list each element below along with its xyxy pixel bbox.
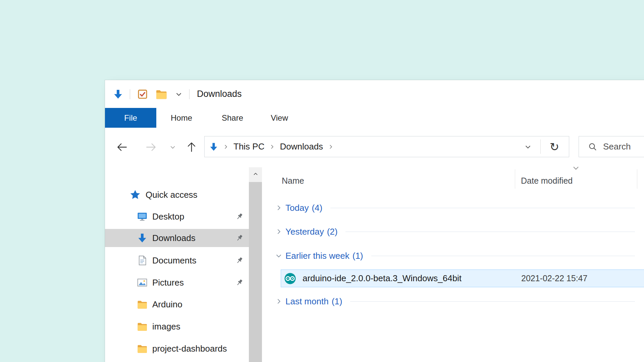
scrollbar-thumb[interactable] — [249, 182, 262, 362]
sidebar-item-label: Downloads — [152, 233, 196, 243]
navigation-bar: This PC Downloads ↻ — [105, 135, 644, 159]
desktop-background: Downloads File Home Share View — [0, 0, 644, 362]
group-label: Last month — [285, 296, 329, 307]
tab-home[interactable]: Home — [171, 108, 192, 128]
address-bar[interactable]: This PC Downloads ↻ — [204, 136, 569, 157]
folder-icon — [137, 299, 148, 310]
toolbar-separator — [130, 89, 130, 99]
pin-icon — [235, 234, 244, 245]
chevron-right-icon[interactable] — [275, 228, 283, 236]
address-dropdown-caret-icon[interactable] — [523, 136, 533, 157]
search-box[interactable] — [579, 136, 644, 157]
group-count: (1) — [332, 296, 342, 307]
group-header-yesterday[interactable]: Yesterday (2) — [273, 223, 635, 241]
address-location-icon — [209, 142, 219, 152]
column-divider — [637, 169, 637, 189]
sidebar-item-quick-access[interactable]: Quick access — [105, 186, 249, 204]
navigation-pane: Quick access Desktop Downloads — [105, 164, 249, 362]
search-icon — [588, 142, 598, 152]
folder-icon — [137, 321, 148, 332]
file-explorer-window: Downloads File Home Share View — [105, 80, 644, 362]
file-list: Name Date modified Today (4) Yesterday — [262, 164, 644, 362]
group-label: Yesterday — [285, 227, 324, 237]
sort-direction-icon — [572, 165, 580, 173]
column-header-date-modified[interactable]: Date modified — [521, 173, 573, 189]
sidebar-item-pictures[interactable]: Pictures — [105, 274, 249, 292]
sidebar-item-project-dashboards[interactable]: project-dashboards — [105, 340, 249, 358]
group-header-earlier-this-week[interactable]: Earlier this week (1) — [273, 247, 635, 265]
pictures-icon — [137, 277, 148, 288]
breadcrumb-chevron-icon[interactable] — [269, 144, 275, 150]
tab-view[interactable]: View — [271, 108, 288, 128]
group-divider-line — [350, 301, 635, 302]
group-divider-line — [345, 232, 635, 232]
breadcrumb-this-pc[interactable]: This PC — [229, 141, 269, 152]
up-button[interactable] — [184, 135, 199, 159]
tab-share[interactable]: Share — [222, 108, 243, 128]
chevron-right-icon[interactable] — [275, 204, 283, 212]
document-icon — [137, 255, 148, 266]
file-row-arduino-ide[interactable]: arduino-ide_2.0.0-beta.3_Windows_64bit 2… — [281, 269, 644, 287]
sidebar-item-label: Desktop — [152, 212, 184, 222]
sidebar-item-label: project-dashboards — [152, 344, 227, 354]
sidebar-item-images[interactable]: images — [105, 317, 249, 336]
column-header-name[interactable]: Name — [282, 173, 304, 189]
column-divider — [515, 169, 515, 189]
group-count: (1) — [353, 251, 363, 261]
file-date-modified: 2021-02-22 15:47 — [521, 274, 587, 283]
arduino-icon — [284, 272, 297, 285]
group-count: (4) — [312, 203, 322, 213]
pin-icon — [235, 256, 244, 267]
file-name: arduino-ide_2.0.0-beta.3_Windows_64bit — [303, 273, 462, 284]
star-icon — [129, 189, 141, 201]
breadcrumb-downloads[interactable]: Downloads — [275, 141, 328, 152]
recent-locations-caret-icon[interactable] — [168, 135, 177, 159]
download-arrow-icon — [137, 232, 148, 244]
sidebar-item-downloads[interactable]: Downloads — [105, 229, 249, 247]
group-label: Today — [285, 203, 309, 213]
search-input[interactable] — [603, 141, 644, 152]
address-divider — [540, 139, 541, 154]
sidebar-item-label: images — [152, 321, 180, 332]
forward-button[interactable] — [144, 135, 158, 159]
tab-file[interactable]: File — [105, 108, 156, 128]
breadcrumb-chevron-icon[interactable] — [328, 144, 334, 150]
scroll-up-icon[interactable] — [249, 167, 262, 181]
chevron-right-icon[interactable] — [275, 297, 283, 305]
chevron-down-icon[interactable] — [275, 252, 283, 260]
sidebar-item-desktop[interactable]: Desktop — [105, 207, 249, 226]
sidebar-item-label: Arduino — [152, 299, 182, 310]
group-header-today[interactable]: Today (4) — [273, 199, 635, 217]
refresh-button[interactable]: ↻ — [545, 136, 564, 157]
breadcrumb-chevron-icon[interactable] — [223, 144, 229, 150]
folder-icon — [137, 343, 148, 354]
properties-button[interactable] — [137, 88, 148, 100]
sidebar-item-label: Documents — [152, 255, 197, 266]
group-divider-line — [330, 208, 635, 208]
customize-toolbar-caret-icon[interactable] — [175, 90, 182, 98]
sidebar-item-documents[interactable]: Documents — [105, 251, 249, 269]
sidebar-item-label: Pictures — [152, 278, 184, 288]
window-title: Downloads — [197, 89, 242, 99]
ribbon-tab-bar: File Home Share View — [105, 108, 644, 128]
quick-access-toolbar: Downloads — [105, 80, 644, 108]
back-button[interactable] — [115, 135, 129, 159]
group-header-last-month[interactable]: Last month (1) — [273, 292, 635, 310]
group-label: Earlier this week — [285, 251, 350, 261]
sidebar-item-arduino[interactable]: Arduino — [105, 295, 249, 313]
sidebar-item-label: Quick access — [146, 190, 198, 200]
group-count: (2) — [327, 227, 338, 237]
group-divider-line — [371, 256, 635, 256]
sidebar-scrollbar[interactable] — [249, 167, 262, 362]
toolbar-separator — [189, 89, 190, 99]
new-folder-button[interactable] — [155, 88, 168, 101]
downloads-window-icon — [112, 88, 124, 100]
pin-icon — [235, 278, 244, 289]
pin-icon — [235, 212, 244, 223]
desktop-icon — [137, 211, 148, 222]
